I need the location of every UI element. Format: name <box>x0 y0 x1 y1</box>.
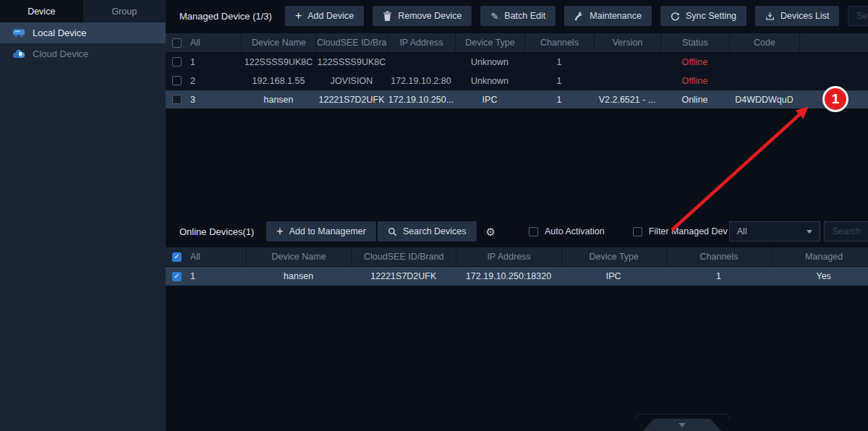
table-row-selected[interactable]: 3 hansen 12221S7D2UFK 172.19.10.250... I… <box>166 90 868 108</box>
chevron-down-icon <box>807 230 812 234</box>
add-to-management-button[interactable]: + Add to Managemer <box>266 221 376 242</box>
managed-table-header: All Device Name CloudSEE ID/Brand IP Add… <box>166 33 868 52</box>
tab-device[interactable]: Device <box>0 0 83 22</box>
managed-toolbar: Managed Device (1/3) + Add Device Remove… <box>166 6 868 26</box>
sidebar: Device Group Local Device Cloud Device <box>0 0 166 431</box>
row-checkbox[interactable] <box>172 95 182 104</box>
online-table-header: ✓ All Device Name CloudSEE ID/Brand IP A… <box>166 247 868 266</box>
collapse-panel-tab[interactable] <box>643 419 721 431</box>
row-checkbox[interactable] <box>172 76 182 85</box>
sync-setting-label: Sync Setting <box>686 11 736 21</box>
filter-dropdown-value: All <box>737 226 747 236</box>
tab-device-label: Device <box>27 7 55 17</box>
header-operation: Operation <box>799 33 868 52</box>
header-all: All <box>190 38 200 48</box>
devices-list-button[interactable]: Devices List <box>755 6 839 26</box>
row-index: 1 <box>190 271 195 281</box>
header-status: Status <box>660 33 729 52</box>
sync-setting-button[interactable]: Sync Setting <box>660 6 746 26</box>
add-to-management-label: Add to Managemer <box>289 226 366 236</box>
header-all: All <box>190 252 200 262</box>
search-devices-label: Search Devices <box>403 226 467 236</box>
filter-dropdown[interactable]: All <box>729 221 820 242</box>
chevron-down-icon <box>678 423 686 427</box>
table-empty-area <box>166 108 868 219</box>
sidebar-item-label: Local Device <box>33 27 86 38</box>
managed-device-count: Managed Device (1/3) <box>179 11 272 22</box>
filter-managed-label: Filter Managed Dev <box>649 226 728 236</box>
select-all-checkbox[interactable]: ✓ <box>172 252 182 262</box>
plus-icon: + <box>295 10 302 22</box>
sync-icon <box>671 12 680 21</box>
row-index: 2 <box>190 76 195 86</box>
sidebar-item-cloud-device[interactable]: Cloud Device <box>0 43 166 64</box>
online-table: ✓ All Device Name CloudSEE ID/Brand IP A… <box>166 247 868 286</box>
batch-edit-button[interactable]: ✎ Batch Edit <box>480 6 556 26</box>
tab-group[interactable]: Group <box>83 0 166 22</box>
tab-group-label: Group <box>111 7 137 17</box>
header-ip-address: IP Address <box>456 247 561 266</box>
online-devices-toolbar: Online Devices(1) + Add to Managemer Sea… <box>166 219 868 244</box>
header-device-name: Device Name <box>246 247 351 266</box>
header-cloudsee-id: CloudSEE ID/Brand <box>351 247 456 266</box>
sidebar-item-label: Cloud Device <box>33 48 88 59</box>
local-device-icon <box>12 28 25 38</box>
table-row[interactable]: 2 192.168.1.55 JOVISION 172.19.10.2:80 U… <box>166 71 868 90</box>
row-checkbox[interactable] <box>172 57 182 67</box>
device-manager-window: Device Group Local Device Cloud Device M… <box>0 0 868 431</box>
online-settings-gear-icon[interactable]: ⚙ <box>486 226 495 237</box>
header-code: Code <box>729 33 799 52</box>
status-badge: Offline <box>660 76 729 86</box>
remove-device-label: Remove Device <box>398 11 461 21</box>
auto-activation-label: Auto Activation <box>545 226 605 236</box>
table-row-selected[interactable]: ✓ 1 hansen 12221S7D2UFK 172.19.10.250:18… <box>166 266 868 286</box>
sidebar-tabs: Device Group <box>0 0 166 22</box>
devices-list-label: Devices List <box>780 11 829 21</box>
batch-edit-label: Batch Edit <box>504 11 545 21</box>
trash-icon <box>383 11 392 21</box>
maintenance-label: Maintenance <box>590 11 642 21</box>
managed-search-input[interactable] <box>848 6 868 26</box>
add-device-label: Add Device <box>307 11 354 21</box>
filter-managed-option[interactable]: Filter Managed Dev <box>633 226 728 236</box>
maintenance-button[interactable]: Maintenance <box>564 6 652 26</box>
online-actions-group: + Add to Managemer Search Devices <box>266 221 476 242</box>
search-icon <box>388 227 397 236</box>
add-device-button[interactable]: + Add Device <box>285 6 364 26</box>
header-cloudsee-id: CloudSEE ID/Brand <box>316 33 387 52</box>
auto-activation-option[interactable]: Auto Activation <box>529 226 605 236</box>
online-search-input[interactable] <box>824 221 868 242</box>
header-ip-address: IP Address <box>387 33 455 52</box>
row-index: 1 <box>190 57 195 67</box>
header-managed: Managed <box>771 247 868 266</box>
header-channels: Channels <box>666 247 771 266</box>
header-device-name: Device Name <box>241 33 316 52</box>
header-version: Version <box>594 33 660 52</box>
row-checkbox[interactable]: ✓ <box>172 272 182 281</box>
collapse-pill <box>634 414 730 419</box>
row-index: 3 <box>190 95 195 105</box>
search-devices-button[interactable]: Search Devices <box>378 221 477 242</box>
header-device-type: Device Type <box>561 247 666 266</box>
filter-managed-checkbox[interactable] <box>633 227 642 236</box>
download-list-icon <box>765 12 775 21</box>
status-badge: Online <box>660 95 729 105</box>
cloud-device-icon <box>12 49 25 59</box>
wrench-icon <box>574 12 584 21</box>
managed-table: All Device Name CloudSEE ID/Brand IP Add… <box>166 33 868 219</box>
pencil-icon: ✎ <box>490 12 498 21</box>
select-all-checkbox[interactable] <box>172 38 182 48</box>
plus-icon: + <box>276 226 283 237</box>
online-devices-count: Online Devices(1) <box>179 226 254 237</box>
auto-activation-checkbox[interactable] <box>529 227 538 236</box>
status-badge: Offline <box>660 57 729 67</box>
sidebar-item-local-device[interactable]: Local Device <box>0 22 166 43</box>
header-device-type: Device Type <box>455 33 524 52</box>
remove-device-button[interactable]: Remove Device <box>373 6 472 26</box>
table-row[interactable]: 1 122SSSS9UK8C 122SSSS9UK8C Unknown 1 Of… <box>166 52 868 71</box>
header-channels: Channels <box>524 33 594 52</box>
main-panel: Managed Device (1/3) + Add Device Remove… <box>166 0 868 431</box>
